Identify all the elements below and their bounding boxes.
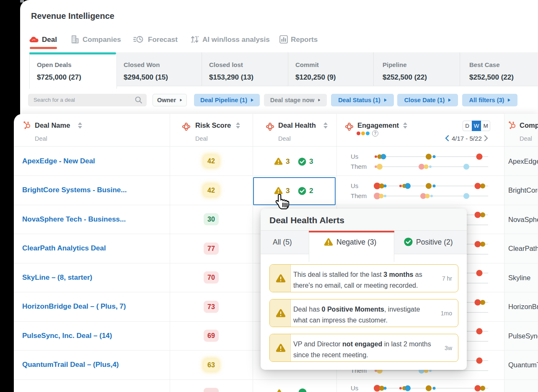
svg-text:Us: Us (351, 153, 358, 160)
svg-text:Us: Us (351, 384, 358, 392)
svg-text:Us: Us (351, 182, 358, 189)
svg-text:Them: Them (351, 192, 367, 199)
svg-text:Them: Them (351, 163, 367, 170)
